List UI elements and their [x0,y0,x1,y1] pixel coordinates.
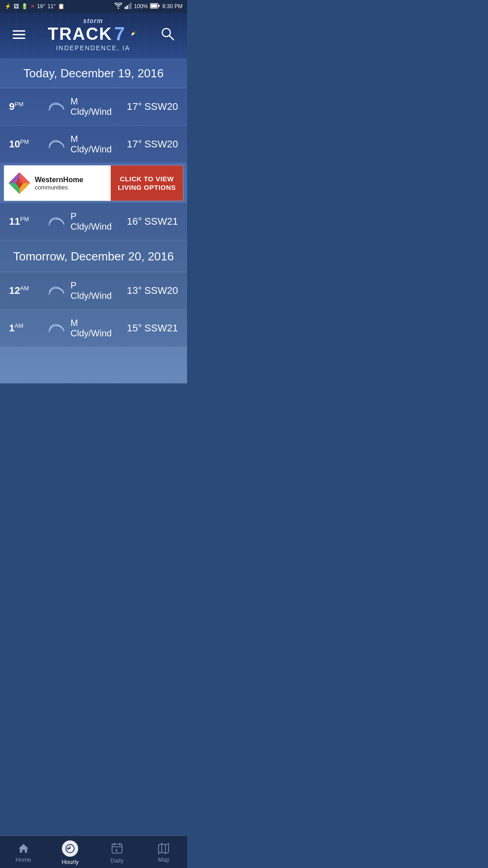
svg-rect-3 [130,3,131,9]
ad-cta-area[interactable]: CLICK TO VIEWLIVING OPTIONS [111,165,183,201]
svg-line-9 [169,36,174,40]
close-icon: ✕ [30,3,35,9]
svg-rect-1 [127,5,128,9]
search-icon [161,27,174,41]
wind-11pm: SSW21 [142,216,178,227]
temp-1am: 15° [113,322,142,334]
battery-icon: 🔋 [21,3,28,9]
time-12am: 12AM [9,285,45,297]
status-left: ⚡ 🖼 🔋 ✕ 16° 11° 📋 [5,3,65,9]
western-home-logo [8,171,31,195]
time-1am: 1AM [9,322,45,334]
condition-11pm: P Cldy/Wind [68,211,113,232]
temp-11pm: 16° [113,216,142,227]
svg-rect-6 [159,5,160,7]
location-text: INDEPENDENCE, IA [48,44,138,52]
weather-row-12am: 12AM P Cldy/Wind 13° SSW20 [0,272,187,310]
temp-9pm: 17° [113,101,142,113]
time-11pm: 11PM [9,216,45,227]
condition-12am: P Cldy/Wind [68,280,113,301]
wind-9pm: SSW20 [142,101,178,113]
svg-rect-2 [128,4,130,9]
svg-point-7 [132,33,134,35]
wind-10pm: SSW20 [142,138,178,150]
wind-icon-12am [45,284,68,297]
weather-row-9pm: 9PM M Cldy/Wind 17° SSW20 [0,88,187,126]
weather-row-10pm: 10PM M Cldy/Wind 17° SSW20 [0,126,187,163]
search-button[interactable] [157,24,178,46]
svg-rect-5 [151,4,157,7]
svg-rect-0 [125,7,126,9]
logo-area: storm TRACK7 INDEPENDENCE, IA [48,17,138,52]
ad-left: WesternHome communities [4,165,111,201]
header: storm TRACK7 INDEPENDENCE, IA [0,13,187,58]
temp-10pm: 17° [113,138,142,150]
ad-banner[interactable]: WesternHome communities CLICK TO VIEWLIV… [4,165,183,201]
ad-cta-text: CLICK TO VIEWLIVING OPTIONS [118,175,176,192]
status-right: 100% 8:30 PM [114,3,183,10]
ad-company-info: WesternHome communities [35,175,83,191]
wind-icon-9pm [45,100,68,113]
battery-full-icon [150,3,160,10]
usb-icon: ⚡ [5,3,11,9]
condition-9pm: M Cldy/Wind [68,96,113,117]
tomorrow-date-header: Tomorrow, December 20, 2016 [0,241,187,272]
condition-1am: M Cldy/Wind [68,318,113,339]
weather-row-1am: 1AM M Cldy/Wind 15° SSW21 [0,310,187,347]
menu-button[interactable] [9,27,29,42]
clipboard-icon: 📋 [58,3,65,9]
wind-icon-11pm [45,215,68,228]
weather-row-11pm: 11PM P Cldy/Wind 16° SSW21 [0,203,187,241]
condition-10pm: M Cldy/Wind [68,134,113,155]
temp-display2: 11° [47,3,56,9]
signal-icon [125,3,132,10]
temp-12am: 13° [113,285,142,297]
time-9pm: 9PM [9,101,45,113]
wind-icon-1am [45,322,68,335]
main-content: Today, December 19, 2016 9PM M Cldy/Wind… [0,58,187,383]
logo-track-text: TRACK7 [48,24,138,43]
image-icon: 🖼 [14,3,19,9]
today-date-header: Today, December 19, 2016 [0,58,187,88]
temp-display: 16° [37,3,45,9]
nbc-peacock-icon [127,28,138,39]
wind-icon-10pm [45,138,68,151]
battery-percent: 100% [134,3,148,9]
time-10pm: 10PM [9,138,45,150]
wind-12am: SSW20 [142,285,178,297]
wifi-icon [114,3,122,10]
time-display: 8:30 PM [162,3,183,9]
status-bar: ⚡ 🖼 🔋 ✕ 16° 11° 📋 100% 8:30 PM [0,0,187,13]
wind-1am: SSW21 [142,322,178,334]
